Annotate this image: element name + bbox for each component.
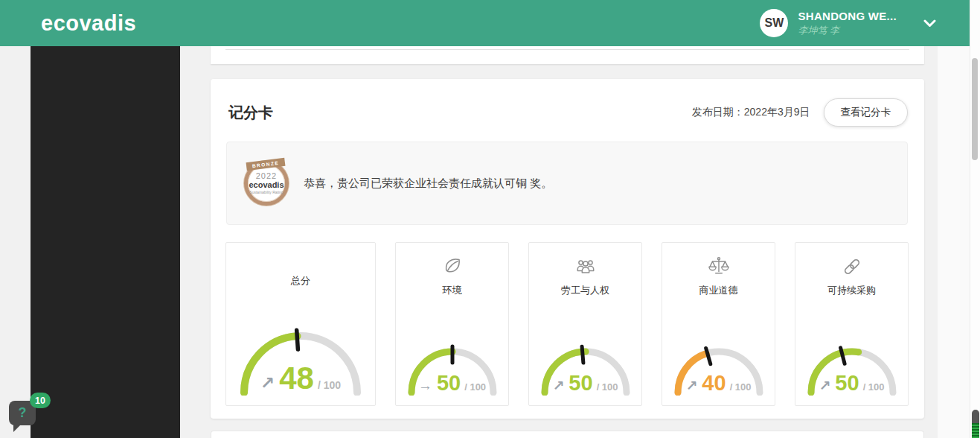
capture-indicator-stripes [972,423,979,438]
gauge-chart: ↗50/ 100 [802,330,902,396]
gauge-card-environment: 环境 →50/ 100 [395,242,509,406]
ecovadis-logo: ecovadis [41,0,136,46]
scorecard-card: 记分卡 发布日期：2022年3月9日 查看记分卡 BRONZE 2022 eco… [211,79,924,419]
trend-up-icon: ↗ [685,377,697,394]
people-icon [573,254,598,279]
gauge-card-labor-rights: 劳工与人权 ↗50/ 100 [528,242,642,406]
score-max: / 100 [318,379,341,391]
gauge-title: 可持续采购 [827,284,876,297]
medal-tagline: Sustainability Rating [249,190,283,194]
publish-date: 发布日期：2022年3月9日 [692,106,810,119]
gauge-score: ↗48/ 100 [231,363,370,394]
chevron-down-icon[interactable] [923,19,936,28]
score-value: 50 [437,372,461,394]
gauge-title: 劳工与人权 [561,284,609,297]
left-sidebar [31,46,180,438]
gauge-chart: →50/ 100 [403,330,502,396]
help-notification-badge[interactable]: 10 [30,393,51,408]
trend-up-icon: ↗ [819,377,830,394]
chain-icon [839,254,865,279]
award-message: 恭喜，贵公司已荣获企业社会责任成就认可铜 奖。 [304,177,552,191]
gauge-chart: ↗40/ 100 [669,330,769,396]
leaf-icon [440,254,465,279]
gauge-score: ↗50/ 100 [536,372,635,394]
page: ecovadis SW SHANDONG WE... 李坤笃 李 记分卡 发布日… [0,0,980,438]
user-subtitle: 李坤笃 李 [798,25,897,36]
question-mark-icon: ? [19,405,27,421]
gauge-chart: ↗50/ 100 [536,330,635,396]
score-max: / 100 [863,381,885,393]
scrollbar-thumb[interactable] [972,58,978,160]
view-scorecard-button[interactable]: 查看记分卡 [824,98,909,127]
gauge-card-sust-procurement: 可持续采购 ↗50/ 100 [795,242,909,406]
score-value: 50 [835,372,859,394]
avatar[interactable]: SW [760,9,788,37]
gauge-score: ↗50/ 100 [802,372,902,394]
bronze-medal-icon: BRONZE 2022 ecovadis Sustainability Rati… [244,160,290,206]
gauge-row: 总分 ↗48/ 100环境 →50/ 100劳工与人权 ↗50/ 100商业道德… [225,242,909,406]
gauge-card-ethics: 商业道德 ↗40/ 100 [662,242,775,406]
user-texts: SHANDONG WE... 李坤笃 李 [798,10,897,37]
score-value: 50 [569,372,592,394]
medal-year: 2022 [256,172,277,180]
page-title: 记分卡 [228,103,273,123]
trend-up-icon: ↗ [260,373,275,393]
score-max: / 100 [730,381,752,393]
right-panel [938,46,970,438]
scales-icon [706,254,731,279]
scorecard-header: 记分卡 发布日期：2022年3月9日 查看记分卡 [211,79,924,127]
score-max: / 100 [464,381,486,393]
trend-up-icon: ↗ [552,377,564,394]
user-menu[interactable]: SW SHANDONG WE... 李坤笃 李 [760,0,936,46]
score-value: 48 [279,363,314,394]
user-name: SHANDONG WE... [798,10,897,24]
scorecard-header-right: 发布日期：2022年3月9日 查看记分卡 [692,98,908,127]
gauge-score: →50/ 100 [403,372,502,394]
gauge-title: 总分 [291,274,310,288]
gauge-title: 环境 [443,284,462,297]
score-value: 40 [702,372,726,394]
app-header: ecovadis SW SHANDONG WE... 李坤笃 李 [0,0,970,46]
award-banner: BRONZE 2022 ecovadis Sustainability Rati… [226,142,908,225]
gauge-chart: ↗48/ 100 [231,309,370,396]
gauge-title: 商业道德 [699,284,738,297]
next-card-partial [211,431,924,438]
capture-indicator [972,410,979,438]
gauge-card-total: 总分 ↗48/ 100 [225,242,376,406]
score-max: / 100 [597,381,618,393]
medal-brand: ecovadis [249,180,284,190]
previous-card-partial [211,46,924,64]
gauge-score: ↗40/ 100 [669,372,769,394]
divider [225,49,909,50]
trend-stable-icon: → [418,378,432,394]
